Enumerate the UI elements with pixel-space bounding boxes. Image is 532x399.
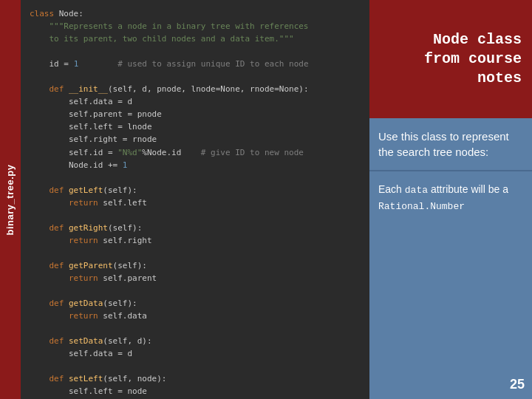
note-body2: Each data attribute will be a Rational.N… [378,183,508,211]
code-rational: Rational.Number [378,201,465,212]
main-content: class Node: """Represents a node in a bi… [21,0,532,399]
right-panel: Node classfrom coursenotes Use this clas… [369,0,532,399]
note-body1: Use this class to represent the search t… [378,130,509,158]
note-box-bottom: Each data attribute will be a Rational.N… [369,170,532,399]
code-panel: class Node: """Represents a node in a bi… [21,0,369,399]
note-box-title: Node classfrom coursenotes [369,0,532,118]
page-number: 25 [510,375,525,395]
sidebar: binary_tree.py [0,0,21,399]
sidebar-label: binary_tree.py [5,164,16,235]
code-block: class Node: """Represents a node in a bi… [30,7,361,399]
title-text: Node classfrom coursenotes [424,30,522,88]
note-box-middle: Use this class to represent the search t… [369,118,532,170]
code-data: data [405,185,428,196]
